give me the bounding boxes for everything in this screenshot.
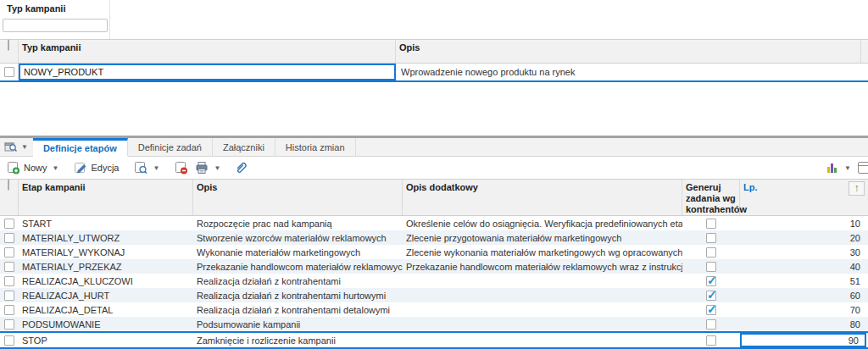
sort-ascending-button[interactable]: ↑ (849, 181, 865, 196)
table-row-realizacja-detal[interactable]: REALIZACJA_DETAL Realizacja działań z ko… (0, 302, 868, 317)
generuj-checkbox[interactable] (706, 219, 716, 229)
generuj-checkbox[interactable] (706, 262, 716, 272)
cell-opis-dodatkowy[interactable]: Przekazanie handlowcom materiałów reklam… (403, 262, 682, 272)
preview-button[interactable]: ▼ (131, 159, 164, 176)
table-row-start[interactable]: START Rozpoczęcie prac nad kampanią Okre… (0, 216, 868, 230)
tab-historia-zmian[interactable]: Historia zmian (275, 138, 356, 156)
table-row-realizacja-kluczowi[interactable]: REALIZACJA_KLUCZOWI Realizacja działań z… (0, 274, 868, 288)
cell-lp[interactable]: 20 (740, 233, 866, 243)
cell-etap[interactable]: MATERIALY_UTWORZ (19, 233, 193, 243)
cell-lp[interactable]: 51 (740, 276, 866, 286)
chevron-down-icon: ▼ (212, 164, 222, 172)
cell-opis[interactable]: Przekazanie handlowcom materiałów reklam… (193, 262, 403, 272)
print-button[interactable]: ▼ (192, 159, 225, 176)
delete-icon (175, 161, 188, 174)
row-checkbox[interactable] (4, 233, 14, 243)
cell-etap[interactable]: START (19, 219, 193, 229)
row-checkbox[interactable] (4, 247, 14, 258)
row-checkbox-cell (0, 233, 19, 243)
cell-opis[interactable]: Realizacja działań z kontrahentami hurto… (193, 291, 403, 301)
table-row-materialy-przekaz[interactable]: MATERIALY_PRZEKAZ Przekazanie handlowcom… (0, 259, 868, 274)
cell-opis-dodatkowy[interactable]: Zlecenie przygotowania materiałów market… (403, 233, 682, 243)
column-header-opis[interactable]: Opis (193, 180, 403, 215)
attachment-button[interactable] (231, 159, 251, 176)
cell-typ-kampanii-selected[interactable]: NOWY_PRODUKT (19, 64, 396, 80)
row-checkbox-cell (0, 291, 19, 301)
attachment-icon (234, 161, 248, 174)
row-checkbox[interactable] (4, 276, 14, 286)
cell-etap[interactable]: REALIZACJA_HURT (19, 291, 193, 301)
generuj-checkbox[interactable] (706, 335, 716, 346)
table-row-stop-selected[interactable]: STOP Zamknięcie i rozliczenie kampanii 9… (0, 331, 868, 349)
cell-etap[interactable]: MATERIALY_WYKONAJ (19, 247, 193, 258)
row-checkbox[interactable] (4, 335, 14, 346)
generuj-checkbox[interactable] (706, 319, 716, 330)
row-checkbox[interactable] (4, 305, 14, 315)
column-header-opis[interactable]: Opis (396, 40, 861, 63)
column-header-etap-kampanii[interactable]: Etap kampanii (19, 180, 193, 215)
column-header-typ-kampanii[interactable]: Typ kampanii (19, 40, 396, 63)
chart-button[interactable]: ▼ (822, 159, 856, 176)
campaign-type-row[interactable]: NOWY_PRODUKT Wprowadzenie nowego produkt… (0, 64, 868, 82)
tab-zalaczniki[interactable]: Załączniki (213, 138, 275, 156)
table-row-podsumowanie[interactable]: PODSUMOWANIE Podsumowanie kampanii 80 (0, 317, 868, 331)
cell-opis[interactable]: Stworzenie wzorców materiałów reklamowyc… (193, 233, 403, 243)
cell-lp-selected[interactable]: 90 (740, 333, 866, 347)
column-header-generuj-zadania[interactable]: Generuj zadania wg kontrahentów (682, 180, 740, 215)
select-all-checkbox[interactable] (8, 179, 9, 191)
row-checkbox[interactable] (4, 262, 14, 272)
generuj-checkbox[interactable] (706, 305, 716, 315)
select-all-column-header (0, 180, 19, 215)
delete-button[interactable] (171, 159, 192, 176)
new-document-icon (7, 161, 20, 174)
cell-opis[interactable]: Podsumowanie kampanii (193, 319, 403, 330)
cell-etap[interactable]: PODSUMOWANIE (19, 319, 193, 330)
row-checkbox[interactable] (4, 67, 14, 77)
view-selector-icon (4, 141, 18, 154)
preview-icon (134, 161, 147, 174)
tab-definicje-etapow[interactable]: Definicje etapów (33, 138, 128, 157)
sort-ascending-icon: ↑ (854, 183, 860, 194)
cell-lp[interactable]: 40 (740, 262, 866, 272)
generuj-checkbox[interactable] (706, 291, 716, 301)
cell-opis-dodatkowy[interactable]: Określenie celów do osiągnięcia. Weryfik… (403, 219, 682, 229)
cell-lp[interactable]: 30 (740, 247, 866, 258)
cell-opis-dodatkowy[interactable]: Zlecenie wykonania materiałów marketingo… (403, 247, 682, 258)
table-row-realizacja-hurt[interactable]: REALIZACJA_HURT Realizacja działań z kon… (0, 288, 868, 302)
row-checkbox-cell (0, 335, 19, 346)
generuj-checkbox[interactable] (706, 247, 716, 258)
cell-opis[interactable]: Rozpoczęcie prac nad kampanią (193, 219, 403, 229)
clipped-window-icon[interactable] (858, 162, 868, 174)
cell-opis[interactable]: Realizacja działań z kontrahentami (193, 276, 403, 286)
cell-etap[interactable]: REALIZACJA_DETAL (19, 305, 193, 315)
cell-lp[interactable]: 60 (740, 291, 866, 301)
cell-opis[interactable]: Zamknięcie i rozliczenie kampanii (193, 335, 403, 346)
column-header-lp[interactable]: Lp. ↑ (740, 180, 866, 215)
cell-opis[interactable]: Wykonanie materiałów marketingowych (193, 247, 403, 258)
column-header-opis-dodatkowy[interactable]: Opis dodatkowy (403, 180, 682, 215)
chevron-down-icon: ▼ (151, 164, 161, 172)
campaign-type-filter-input[interactable] (3, 19, 108, 32)
cell-etap[interactable]: REALIZACJA_KLUCZOWI (19, 276, 193, 286)
cell-etap[interactable]: MATERIALY_PRZEKAZ (19, 262, 193, 272)
cell-opis[interactable]: Realizacja działań z kontrahentami detal… (193, 305, 403, 315)
row-checkbox[interactable] (4, 319, 14, 330)
table-row-materialy-utworz[interactable]: MATERIALY_UTWORZ Stworzenie wzorców mate… (0, 230, 868, 245)
view-selector-button[interactable]: ▼ (0, 138, 33, 156)
new-button[interactable]: Nowy ▼ (3, 159, 64, 176)
row-checkbox[interactable] (4, 219, 14, 229)
generuj-checkbox[interactable] (706, 233, 716, 243)
generuj-checkbox[interactable] (706, 276, 716, 286)
cell-opis[interactable]: Wprowadzenie nowego produktu na rynek (396, 67, 861, 77)
chart-icon (826, 161, 839, 174)
cell-lp[interactable]: 70 (740, 305, 866, 315)
table-row-materialy-wykonaj[interactable]: MATERIALY_WYKONAJ Wykonanie materiałów m… (0, 245, 868, 259)
cell-lp[interactable]: 10 (740, 219, 866, 229)
cell-lp[interactable]: 80 (740, 319, 866, 330)
tab-definicje-zadan[interactable]: Definicje zadań (128, 138, 213, 156)
cell-generuj (682, 291, 740, 301)
cell-etap[interactable]: STOP (19, 335, 193, 346)
edit-button[interactable]: Edycja (70, 159, 122, 176)
row-checkbox[interactable] (4, 291, 14, 301)
select-all-checkbox[interactable] (8, 39, 9, 51)
